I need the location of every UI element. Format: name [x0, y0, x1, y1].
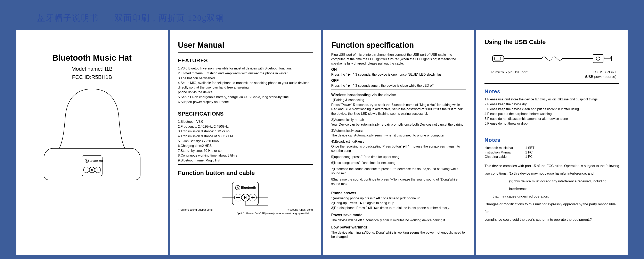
wb-item: 5)upper song: press "-"one time for uppe… — [331, 155, 466, 159]
charging-text: Plug USB port of micro into earphone, th… — [331, 52, 466, 66]
control-diagram: Bluetooth "-"button: sound -/upper song … — [178, 181, 313, 215]
features-heading: FEATURES — [178, 57, 313, 64]
divider — [178, 164, 313, 165]
divider — [331, 188, 466, 188]
off-heading: OFF — [331, 78, 466, 83]
off-text: Press the " ▶II " 3 seconds again, the d… — [331, 83, 466, 88]
wb-item: The device can Automatically search when… — [331, 133, 466, 138]
fcc-compliance-text: This device complies with part 15 of the… — [484, 162, 620, 223]
plus-button-label: "+":sound +/next song — [287, 208, 313, 212]
low-power-text: The device alarming as"Dong, Dong" while… — [331, 230, 466, 239]
wb-item: 8)Increase the sound: continue to press … — [331, 177, 466, 186]
wb-item: 6)Next song: press"+"one time for next s… — [331, 161, 466, 165]
notes-heading-1: Notes — [484, 88, 620, 95]
notes-heading-2: Notes — [484, 136, 620, 144]
specifications-heading: SPECIFICATIONS — [178, 110, 313, 117]
low-power-heading: Low power warningz — [331, 225, 466, 230]
feature-item: 2.Knitted material，fashion and keep warm… — [178, 71, 313, 76]
svg-text:Bluetooth: Bluetooth — [241, 186, 256, 189]
header-text-2: 双面印刷，两折页 120g双铜 — [114, 13, 224, 22]
feature-item: 1.V3.0 Bluetooth version, available for … — [178, 66, 313, 71]
usb-cable-illustration — [490, 48, 614, 69]
spec-item: 4.Transmission distance of MIC: ≤1 M — [178, 134, 313, 139]
content-label: Charging cable — [484, 155, 513, 159]
pa-item: 1)answering phone up:press " ▶II " one t… — [331, 196, 466, 201]
panel-cover: Bluetooth Music Hat Model name:H1B FCC I… — [16, 30, 168, 255]
play-button-label: " ▶II "：Power ON/OFF/pause/phone answer/… — [178, 212, 313, 215]
hat-illustration: Bluetooth — [41, 87, 143, 181]
on-heading: ON — [331, 67, 466, 72]
panel-manual: User Manual FEATURES 1.V3.0 Bluetooth ve… — [170, 30, 321, 255]
bt-label: Bluetooth — [90, 159, 103, 163]
feature-item: 4.Set-in MIC, available for cell phone t… — [178, 81, 313, 90]
wb-item: 2)Automatically re-pair — [331, 118, 466, 122]
spec-item: 2.Frequency: 2.402GHz-2.480GHz — [178, 124, 313, 129]
header-text-1: 蓝牙帽子说明书 — [37, 13, 98, 22]
user-manual-heading: User Manual — [178, 40, 313, 50]
divider — [331, 90, 466, 90]
pa-item: 2)Hang-up: Press " ▶II " again to hang i… — [331, 201, 466, 205]
feature-item: 6.Support power display on iPhone — [178, 100, 313, 104]
wb-item: Your Device can be automatically re-pair… — [331, 122, 466, 127]
content-qty: 1 PC — [525, 155, 534, 159]
content-label: Instruction Manual — [484, 150, 513, 155]
power-save-heading: Power save mode — [331, 213, 466, 217]
content-qty: 1 SET — [525, 146, 534, 150]
function-button-heading: Function button and cable — [178, 169, 313, 177]
wb-item: Press "Power" 5 seconds, try to seek the… — [331, 103, 466, 116]
note-item: 4.Please put out the earphone before was… — [484, 112, 620, 116]
feature-item: 3.The hat can be washed — [178, 76, 313, 80]
document-panels: Bluetooth Music Hat Model name:H1B FCC I… — [16, 30, 628, 255]
print-spec-header: 蓝牙帽子说明书 双面印刷，两折页 120g双铜 — [37, 12, 628, 23]
spec-item: 1.Bluetooth: V3.0 — [178, 119, 313, 124]
divider — [484, 132, 620, 132]
content-label: bluetooth music hat — [484, 146, 513, 150]
note-item: 6.Please do not throw or drop — [484, 121, 620, 126]
power-save-text: The device will be off automatically aft… — [331, 218, 466, 223]
usb-heading: Using the USB Cable — [484, 38, 620, 46]
fcc-id: FCC ID:R5BH1B — [24, 74, 160, 81]
spec-item: 9.Bluetooth name: Magic Hat — [178, 158, 313, 163]
panel-usb-notes: Using the USB Cable To micro 5 pin USB p… — [476, 30, 628, 255]
wb-item: 7)Decrease the sound:continue to press "… — [331, 167, 466, 176]
model-name: Model name:H1B — [24, 65, 160, 72]
usb-label-left: To micro 5 pin USB port — [491, 70, 528, 79]
pa-item: 3)Re-dial phone: Press " ▶II "two times … — [331, 206, 466, 210]
product-title: Bluetooth Music Hat — [24, 52, 160, 63]
spec-item: 5.Li-ion Battery:3.7V/100mA — [178, 139, 313, 143]
note-item: 3.Please keep the device clean and put d… — [484, 107, 620, 111]
usb-label-right: TO USB PORT (USB power source) — [585, 70, 616, 79]
usb-labels: To micro 5 pin USB port TO USB PORT (USB… — [491, 70, 616, 79]
phone-answer-heading: Phone answer — [331, 191, 466, 196]
divider — [178, 106, 313, 106]
package-contents: bluetooth music hat Instruction Manual C… — [484, 146, 620, 159]
spec-item: 7.Stand- by time: 60 Hrs or so — [178, 149, 313, 153]
spec-item: 8.Continuous working time: about 3.5Hrs — [178, 153, 313, 158]
function-spec-heading: Function specification — [331, 40, 466, 50]
feature-item: phone up via the device. — [178, 90, 313, 94]
wb-item: 4).Broadcasting/Pause — [331, 139, 466, 144]
wb-item: 1)Pairing & connecting — [331, 98, 466, 102]
svg-rect-22 — [494, 57, 501, 60]
wb-item: Once the receiving is broadcasting,Press… — [331, 144, 466, 153]
on-text: Press the " ▶II " 3 seconds, the device … — [331, 72, 466, 77]
note-item: 2.Please keep the device dry — [484, 102, 620, 107]
feature-item: 5.Set-in Li-ion chargeable battery, char… — [178, 95, 313, 99]
wireless-heading: Wireless broadcasting via the device — [331, 92, 466, 97]
panel-function-spec: Function specification Plug USB port of … — [323, 30, 474, 255]
note-item: 1.Please use and store the device far aw… — [484, 97, 620, 102]
content-qty: 1 PC — [525, 150, 534, 155]
svg-rect-27 — [604, 57, 610, 59]
svg-rect-21 — [492, 55, 504, 62]
divider — [484, 83, 620, 84]
divider — [178, 52, 313, 53]
spec-item: 3.Transmission distance: 10M or so — [178, 129, 313, 134]
note-item: 5.Please do not disassemble,amend or alt… — [484, 117, 620, 121]
wb-item: 3)Automatically search — [331, 128, 466, 133]
minus-button-label: "-"button: sound -/upper song — [178, 208, 212, 212]
spec-item: 6.Charging time:2 HRS — [178, 144, 313, 148]
